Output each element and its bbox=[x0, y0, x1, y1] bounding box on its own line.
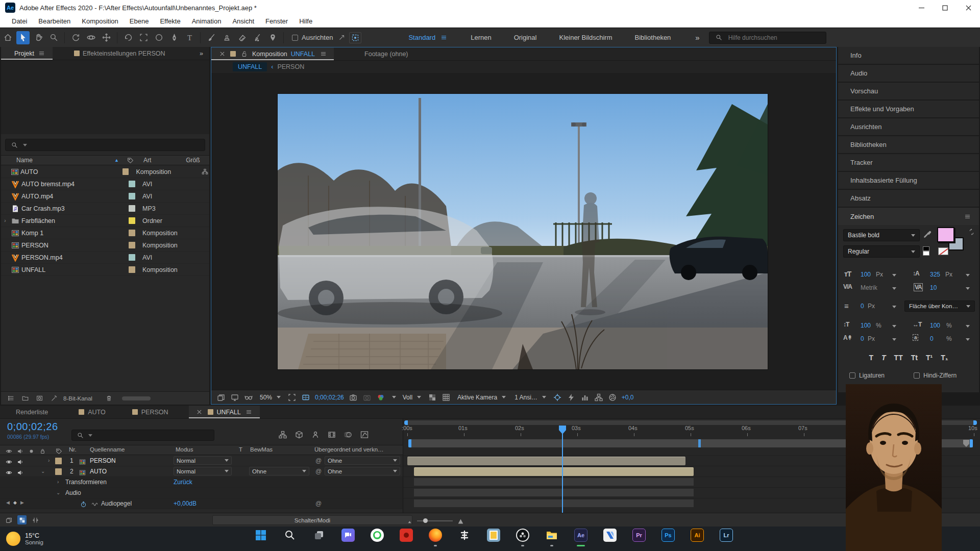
label-chip[interactable] bbox=[129, 254, 135, 261]
collapse-arrow-icon[interactable]: ⌄ bbox=[41, 468, 45, 474]
panel-absatz[interactable]: Absatz bbox=[838, 190, 979, 208]
layer-row-person[interactable]: › 1 PERSON Normal @ Ohne bbox=[0, 456, 403, 466]
ellipse-tool[interactable] bbox=[152, 31, 165, 44]
menu-ansicht[interactable]: Ansicht bbox=[227, 15, 260, 28]
roto-brush-tool[interactable] bbox=[251, 31, 264, 44]
primary-viewer-icon[interactable] bbox=[230, 393, 239, 402]
taskbar-obs-icon[interactable] bbox=[516, 528, 530, 542]
pan-zoom-icon[interactable] bbox=[553, 393, 562, 402]
audio-group-row[interactable]: ⌄ Audio bbox=[0, 488, 403, 498]
menu-animation[interactable]: Animation bbox=[186, 15, 227, 28]
keyframe-add-icon[interactable]: ◆ bbox=[13, 500, 17, 505]
playhead-handle[interactable] bbox=[558, 425, 567, 435]
fill-stroke-order-select[interactable]: Fläche über Kon… bbox=[904, 300, 975, 312]
channel-icon[interactable] bbox=[376, 393, 385, 402]
tab-komposition-unfall[interactable]: Komposition UNFALL bbox=[211, 47, 334, 60]
motion-blur-icon[interactable] bbox=[344, 430, 353, 439]
label-chip[interactable] bbox=[55, 458, 62, 464]
taskbar-premiere-pro-icon[interactable]: Pr bbox=[632, 528, 646, 542]
panel-vorschau[interactable]: Vorschau bbox=[838, 83, 979, 101]
eraser-tool[interactable] bbox=[235, 31, 249, 44]
exposure-reset-icon[interactable] bbox=[608, 393, 617, 402]
view-layout-select[interactable]: 1 Ansi… bbox=[512, 393, 548, 402]
label-chip[interactable] bbox=[129, 266, 135, 273]
taskbar-after-effects-icon[interactable]: Ae bbox=[574, 528, 588, 542]
panel-menu-icon[interactable] bbox=[37, 49, 46, 58]
composition-canvas[interactable] bbox=[211, 73, 836, 390]
project-columns-header[interactable]: Name ▲ Art Größ bbox=[1, 155, 209, 165]
panel-info[interactable]: Info bbox=[838, 47, 979, 65]
taskbar-audio-tool-icon[interactable] bbox=[457, 528, 472, 542]
layer-bar-person[interactable] bbox=[407, 457, 685, 465]
timeline-zoom-control[interactable] bbox=[405, 516, 465, 525]
collapse-arrow-icon[interactable]: ⌄ bbox=[56, 490, 60, 495]
label-chip[interactable] bbox=[129, 205, 135, 212]
zoom-tool[interactable] bbox=[47, 31, 60, 44]
footer-scrollbar[interactable] bbox=[122, 396, 151, 400]
workspace-tab-kleiner-bildschirm[interactable]: Kleiner Bildschirm bbox=[548, 34, 623, 41]
label-chip[interactable] bbox=[129, 217, 135, 224]
project-tabs-overflow[interactable]: » bbox=[193, 47, 209, 60]
mask-tool[interactable] bbox=[137, 31, 150, 44]
audio-level-value[interactable]: +0,00dB bbox=[174, 500, 197, 507]
faux-style-button-4[interactable]: T¹ bbox=[926, 354, 933, 362]
vertical-scale-value[interactable]: 100 bbox=[861, 322, 871, 329]
maximize-button[interactable] bbox=[933, 0, 957, 15]
hindi-digits-checkbox[interactable]: Hindi-Ziffern bbox=[914, 372, 957, 379]
taskbar-capture-tool-icon[interactable] bbox=[486, 528, 501, 542]
default-colors-icon[interactable] bbox=[923, 246, 933, 257]
show-snapshot-icon[interactable] bbox=[362, 393, 372, 402]
track-matte-select[interactable]: Ohne bbox=[249, 467, 309, 475]
marker-handle[interactable] bbox=[698, 439, 701, 447]
project-search-input[interactable] bbox=[29, 141, 201, 149]
project-row-auto-mp4[interactable]: AUTO.mp4 AVI bbox=[1, 190, 209, 203]
label-chip[interactable] bbox=[122, 168, 129, 175]
tab-comp-person[interactable]: PERSON bbox=[126, 406, 175, 418]
shape-tool[interactable] bbox=[121, 31, 135, 44]
tsume-value[interactable]: 0 bbox=[930, 335, 934, 342]
panel-inhaltsbasierte-f-llung[interactable]: Inhaltsbasierte Füllung bbox=[838, 172, 979, 190]
workspace-tab-lernen[interactable]: Lernen bbox=[459, 34, 502, 41]
transparency-grid-icon[interactable] bbox=[428, 393, 437, 402]
panel-tracker[interactable]: Tracker bbox=[838, 154, 979, 172]
label-chip[interactable] bbox=[129, 230, 135, 236]
safe-margins-icon[interactable] bbox=[301, 393, 310, 402]
transfer-controls-icon[interactable] bbox=[17, 515, 27, 524]
project-search[interactable] bbox=[5, 139, 205, 151]
close-button[interactable] bbox=[957, 0, 980, 15]
fill-color-swatch[interactable] bbox=[937, 227, 954, 242]
switches-modes-button[interactable]: Schalter/Modi bbox=[212, 515, 412, 525]
workspace-overflow[interactable]: » bbox=[695, 33, 699, 42]
workspace-tab-standard[interactable]: Standard bbox=[397, 33, 459, 42]
snapshot-icon[interactable] bbox=[349, 393, 358, 402]
keyframe-next-icon[interactable]: ▶ bbox=[20, 500, 24, 505]
always-preview-icon[interactable] bbox=[216, 393, 226, 402]
exposure-value[interactable]: +0,0 bbox=[622, 394, 634, 401]
workspace-menu-icon[interactable] bbox=[439, 33, 448, 42]
faux-style-button-2[interactable]: TT bbox=[894, 354, 903, 362]
taskbar-whatsapp-icon[interactable] bbox=[370, 528, 384, 542]
ligatures-checkbox[interactable]: Ligaturen bbox=[849, 372, 885, 379]
taskbar-lightroom-icon[interactable]: Lr bbox=[719, 528, 733, 542]
parent-pickwhip-icon[interactable]: @ bbox=[315, 468, 322, 475]
magnification-select[interactable]: 50% bbox=[258, 393, 283, 402]
tab-effekteinstellungen[interactable]: Effekteinstellungen PERSON bbox=[68, 47, 172, 60]
panel-bibliotheken[interactable]: Bibliotheken bbox=[838, 136, 979, 154]
timeline-search-input[interactable] bbox=[94, 431, 210, 440]
project-row-auto[interactable]: AUTO Komposition bbox=[1, 166, 209, 178]
timeline-search[interactable] bbox=[71, 430, 214, 441]
parent-select[interactable]: Ohne bbox=[325, 467, 400, 475]
panel-audio[interactable]: Audio bbox=[838, 65, 979, 83]
expand-layers-icon[interactable] bbox=[4, 515, 13, 524]
expand-arrow-icon[interactable]: › bbox=[57, 479, 59, 485]
project-row-farbfl-chen[interactable]: › Farbflächen Ordner bbox=[1, 215, 209, 227]
no-fill-swatch[interactable] bbox=[938, 247, 948, 255]
new-folder-icon[interactable] bbox=[20, 394, 30, 403]
font-style-select[interactable]: Regular bbox=[843, 245, 920, 258]
frame-blending-icon[interactable] bbox=[327, 430, 336, 439]
region-of-interest-icon[interactable] bbox=[287, 393, 297, 402]
stroke-width-value[interactable]: 0 bbox=[861, 303, 864, 310]
property-pickwhip-icon[interactable]: @ bbox=[315, 500, 322, 507]
menu-datei[interactable]: Datei bbox=[6, 15, 33, 28]
taskbar-chat-icon[interactable] bbox=[341, 528, 355, 542]
